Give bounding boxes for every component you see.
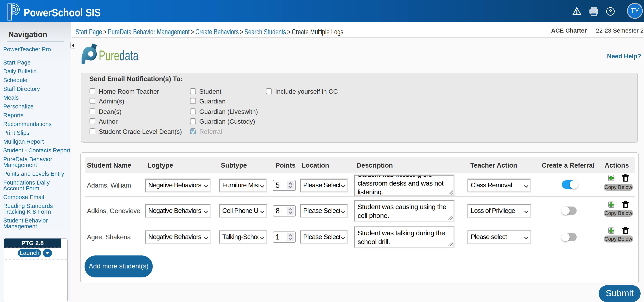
svg-text:Puredata: Puredata [99,47,138,63]
svg-text:?: ? [608,8,612,14]
